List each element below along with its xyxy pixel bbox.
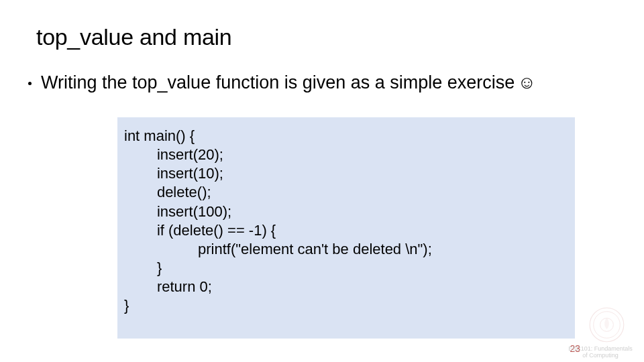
code-line: return 0; [124,278,568,296]
code-block: int main() { insert(20); insert(10); del… [117,117,575,339]
code-line: int main() { [124,127,568,145]
code-line: } [124,296,568,315]
code-line: printf("element can't be deleted \n"); [124,240,568,259]
code-line: if (delete() == -1) { [124,221,568,240]
footer-line2: of Computing [564,353,637,359]
bullet-text: Writing the top_value function is given … [41,72,515,93]
institution-logo-icon [588,306,625,343]
bullet-dot-icon [28,82,32,85]
smiley-icon: ☺ [517,72,536,93]
slide-title: top_value and main [36,24,231,50]
footer-course-label: ESC101: Fundamentals of Computing [564,346,637,359]
bullet-line: Writing the top_value function is given … [28,72,536,93]
code-line: insert(20); [124,145,568,164]
code-line: delete(); [124,183,568,202]
code-line: } [124,259,568,278]
code-line: insert(10); [124,164,568,183]
code-line: insert(100); [124,202,568,221]
